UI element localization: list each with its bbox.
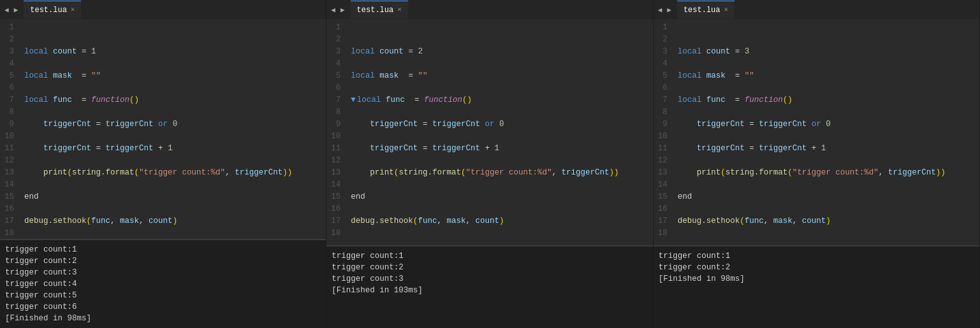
editor-pane-3: ◀ ▶ test.lua ✕ 1234567891011121314151617… — [654, 0, 980, 328]
console-1: trigger count:1 trigger count:2 trigger … — [0, 239, 326, 328]
line-numbers-2: 123456789101112131415161718 — [326, 19, 346, 245]
line-numbers-3: 123456789101112131415161718 — [654, 19, 673, 245]
nav-left-arrow-3[interactable]: ◀ — [656, 4, 664, 15]
tab-label-1: test.lua — [30, 6, 67, 15]
tab-test-lua-2[interactable]: test.lua ✕ — [351, 1, 408, 18]
code-area-1[interactable]: local count = 1 local mask = "" local fu… — [19, 19, 326, 239]
tab-bar-3: ◀ ▶ test.lua ✕ — [654, 0, 979, 19]
nav-arrows-3: ◀ ▶ — [656, 4, 673, 15]
line-numbers-1: 123456789101112131415161718 — [0, 19, 19, 239]
nav-arrows-2: ◀ ▶ — [329, 4, 346, 15]
nav-left-arrow-1[interactable]: ◀ — [3, 4, 11, 15]
nav-right-arrow-3[interactable]: ▶ — [665, 4, 673, 15]
editor-body-3: 123456789101112131415161718 local count … — [654, 19, 979, 245]
editor-body-2: 123456789101112131415161718 local count … — [326, 19, 652, 245]
nav-left-arrow-2[interactable]: ◀ — [329, 4, 337, 15]
tab-bar-1: ◀ ▶ test.lua ✕ — [0, 0, 326, 19]
editor-pane-2: ◀ ▶ test.lua ✕ 1234567891011121314151617… — [326, 0, 653, 328]
tab-label-2: test.lua — [357, 6, 394, 15]
code-area-2[interactable]: local count = 2 local mask = "" ▼local f… — [346, 19, 652, 245]
nav-right-arrow-2[interactable]: ▶ — [339, 4, 347, 15]
tab-label-3: test.lua — [684, 6, 720, 15]
tab-test-lua-3[interactable]: test.lua ✕ — [677, 1, 735, 18]
editor-pane-1: ◀ ▶ test.lua ✕ 1234567891011121314151617… — [0, 0, 326, 328]
tab-close-1[interactable]: ✕ — [71, 6, 75, 13]
tab-close-2[interactable]: ✕ — [397, 6, 402, 13]
tab-test-lua-1[interactable]: test.lua ✕ — [24, 1, 81, 18]
nav-arrows-1: ◀ ▶ — [3, 4, 20, 15]
nav-right-arrow-1[interactable]: ▶ — [12, 4, 20, 15]
console-2: trigger count:1 trigger count:2 trigger … — [326, 245, 652, 328]
code-area-3[interactable]: local count = 3 local mask = "" local fu… — [673, 19, 979, 245]
tab-close-3[interactable]: ✕ — [724, 6, 729, 13]
tab-bar-2: ◀ ▶ test.lua ✕ — [326, 0, 652, 19]
console-3: trigger count:1 trigger count:2 [Finishe… — [654, 245, 979, 328]
editor-body-1: 123456789101112131415161718 local count … — [0, 19, 326, 239]
